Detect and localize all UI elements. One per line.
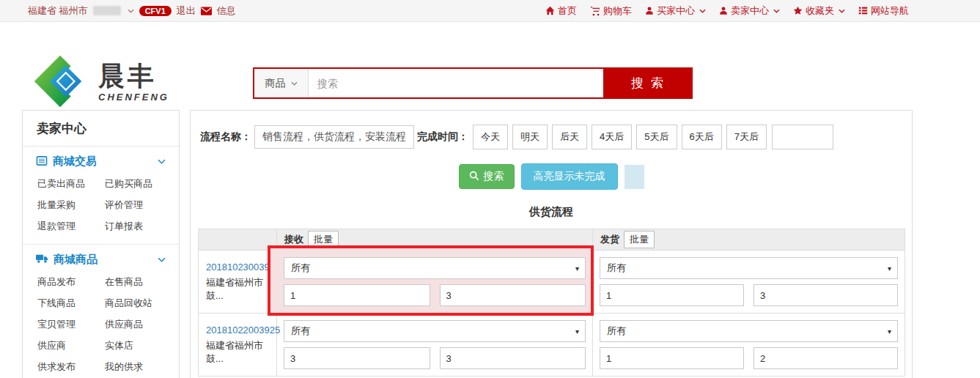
nav-buyer-center[interactable]: 买家中心 [645, 4, 706, 18]
list-grid-icon [858, 6, 868, 15]
flow-name-value[interactable]: 销售流程，供货流程，安装流程 [254, 125, 414, 149]
highlight-color-swatch [625, 165, 644, 189]
sidebar-section-mall-goods-header[interactable]: 商城商品 [36, 253, 166, 267]
ship-qty1-input[interactable] [600, 284, 744, 306]
receive-column-header: 接收批量 [277, 229, 593, 251]
sidebar-item[interactable]: 评价管理 [105, 199, 166, 212]
table-row: 20181023003929 福建省福州市鼓... 所有 ▾ [199, 251, 905, 314]
sidebar-item[interactable]: 宝贝管理 [37, 318, 105, 331]
sidebar-item[interactable]: 已购买商品 [105, 177, 166, 190]
order-id-link[interactable]: 20181023003929 [206, 262, 269, 273]
filter-row: 流程名称： 销售流程，供货流程，安装流程 完成时间： 今天 明天 后天 4天后 … [191, 111, 912, 149]
flow-section-title: 供货流程 [191, 205, 912, 219]
sidebar-section-mall-trade: 商城交易 已卖出商品 已购买商品 批量采购 评价管理 退款管理 订单报表 [23, 147, 179, 244]
nav-seller-center[interactable]: 卖家中心 [719, 4, 780, 18]
ship-column-header: 发货批量 [593, 229, 905, 251]
site-header: 晨丰 CHENFENG 商品 搜索 [0, 22, 980, 108]
region-label[interactable]: 福建省 福州市 [28, 4, 88, 18]
sidebar-item[interactable]: 供应商 [37, 339, 105, 352]
site-logo[interactable]: 晨丰 CHENFENG [29, 55, 169, 111]
nav-sitemap[interactable]: 网站导航 [858, 4, 909, 18]
sidebar-item[interactable]: 在售商品 [105, 275, 166, 289]
ship-qty2-input[interactable] [754, 347, 898, 369]
chevron-down-icon [158, 159, 166, 164]
order-address: 福建省福州市鼓... [206, 339, 269, 366]
chevron-down-icon [773, 9, 780, 13]
search-category-select[interactable]: 商品 [254, 69, 309, 97]
chevron-down-icon [839, 9, 845, 13]
topbar: 福建省 福州市 CFV1 退出 信息 首页 购物车 买家中心 [0, 0, 980, 22]
sidebar-item[interactable]: 我的供求 [105, 360, 166, 374]
time-btn-tomorrow[interactable]: 明天 [512, 125, 548, 149]
envelope-icon [201, 7, 212, 15]
user-level-badge: CFV1 [139, 6, 172, 16]
receive-qty2-input[interactable] [440, 284, 586, 306]
order-column-header [199, 229, 277, 251]
highlight-unfinished-button[interactable]: 高亮显示未完成 [521, 163, 618, 190]
sidebar-item[interactable]: 下线商品 [37, 297, 105, 310]
sidebar-item[interactable]: 供求发布 [37, 360, 105, 374]
sidebar-item[interactable]: 实体店 [105, 339, 166, 352]
seller-center-sidebar: 卖家中心 商城交易 已卖出商品 已购买商品 批量采购 评价管理 退款管理 订单报… [22, 110, 180, 378]
logo-en-text: CHENFENG [98, 92, 169, 103]
receive-qty2-input[interactable] [440, 347, 586, 369]
user-icon [645, 6, 654, 15]
time-btn-4days[interactable]: 4天后 [592, 125, 632, 149]
sidebar-section-mall-goods: 商城商品 商品发布 在售商品 下线商品 商品回收站 宝贝管理 供应商品 供应商 … [23, 244, 179, 378]
home-icon [545, 6, 555, 15]
logout-link[interactable]: 退出 [177, 4, 196, 18]
sidebar-item[interactable]: 订单报表 [105, 220, 166, 233]
star-icon [793, 6, 803, 15]
main-panel: 流程名称： 销售流程，供货流程，安装流程 完成时间： 今天 明天 后天 4天后 … [190, 110, 913, 378]
ship-filter-select[interactable]: 所有 ▾ [600, 320, 898, 342]
select-arrow-icon: ▾ [575, 327, 579, 336]
supply-flow-table: 接收批量 发货批量 20181023003929 福建省福州市鼓... 所有 ▾ [198, 229, 905, 377]
nav-favorites[interactable]: 收藏夹 [793, 4, 845, 18]
completion-time-label: 完成时间： [417, 130, 468, 144]
magnifier-icon [469, 171, 479, 183]
ship-qty2-input[interactable] [754, 284, 898, 306]
flow-search-button[interactable]: 搜索 [459, 164, 515, 189]
select-arrow-icon: ▾ [888, 327, 891, 336]
select-arrow-icon: ▾ [575, 264, 579, 273]
truck-icon [36, 253, 48, 266]
completion-date-input[interactable] [772, 125, 833, 149]
order-address: 福建省福州市鼓... [206, 276, 269, 303]
table-row: 20181022003925 福建省福州市鼓... 所有 ▾ [199, 314, 905, 377]
chevron-down-icon [291, 81, 298, 86]
sidebar-item[interactable]: 退款管理 [37, 220, 105, 233]
time-btn-5days[interactable]: 5天后 [636, 125, 677, 149]
sidebar-section-mall-trade-header[interactable]: 商城交易 [36, 155, 166, 168]
search-submit-button[interactable]: 搜索 [603, 69, 691, 97]
receive-batch-button[interactable]: 批量 [308, 231, 339, 248]
receive-filter-select[interactable]: 所有 ▾ [284, 257, 586, 279]
sidebar-item[interactable]: 商品发布 [37, 275, 105, 289]
ship-batch-button[interactable]: 批量 [624, 231, 655, 248]
logo-diamond-icon [29, 55, 91, 111]
search-input[interactable] [309, 69, 603, 97]
logo-cn-text: 晨丰 [98, 63, 169, 89]
ship-filter-select[interactable]: 所有 ▾ [600, 257, 898, 279]
nav-home[interactable]: 首页 [545, 4, 577, 18]
receive-qty1-input[interactable] [284, 284, 430, 306]
user-icon [719, 6, 728, 15]
chevron-down-icon[interactable] [128, 9, 134, 13]
sidebar-item[interactable]: 已卖出商品 [37, 177, 105, 190]
receive-filter-select[interactable]: 所有 ▾ [284, 320, 586, 342]
receive-qty1-input[interactable] [284, 347, 430, 369]
select-arrow-icon: ▾ [888, 264, 891, 273]
action-row: 搜索 高亮显示未完成 [191, 163, 912, 190]
time-btn-day-after[interactable]: 后天 [552, 125, 587, 149]
time-btn-7days[interactable]: 7天后 [726, 125, 767, 149]
cart-icon [590, 6, 600, 16]
time-btn-today[interactable]: 今天 [473, 125, 508, 149]
ship-qty1-input[interactable] [600, 347, 744, 369]
sidebar-item[interactable]: 批量采购 [37, 199, 105, 212]
messages-link[interactable]: 信息 [217, 4, 236, 18]
time-btn-6days[interactable]: 6天后 [682, 125, 722, 149]
sidebar-item[interactable]: 供应商品 [105, 318, 166, 331]
username-redacted [93, 6, 121, 15]
nav-cart[interactable]: 购物车 [590, 4, 632, 18]
sidebar-item[interactable]: 商品回收站 [105, 297, 166, 310]
order-id-link[interactable]: 20181022003925 [206, 325, 269, 336]
